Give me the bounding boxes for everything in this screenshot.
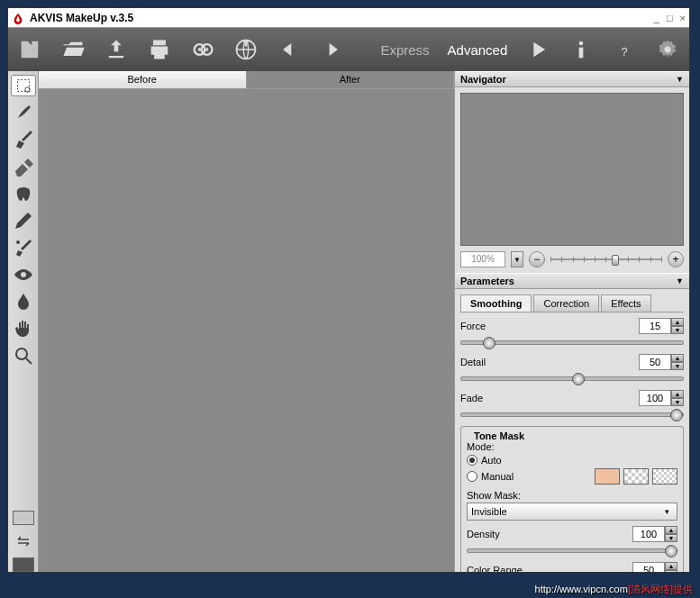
app-logo-icon [12,12,24,24]
color-range-spinner[interactable]: 50 ▲▼ [632,562,677,572]
express-mode[interactable]: Express [380,42,429,58]
color-swatch-light[interactable] [13,511,34,525]
parameters-header[interactable]: Parameters ▼ [455,273,689,289]
fade-slider[interactable] [460,408,684,421]
center-panel: Before After [39,71,455,572]
force-thumb[interactable] [483,337,495,349]
maximize-button[interactable]: □ [667,13,673,23]
blur-tool[interactable] [11,291,36,313]
color-range-up[interactable]: ▲ [665,562,677,570]
fade-value[interactable]: 100 [639,390,671,406]
main-area: Before After Navigator ▼ 100% ▼ − [8,71,689,572]
transparent-swatch-2[interactable] [652,468,677,485]
close-button[interactable]: × [680,13,686,23]
density-down[interactable]: ▼ [665,534,677,542]
subtab-smoothing[interactable]: Smoothing [460,294,532,312]
color-range-down[interactable]: ▼ [665,570,677,572]
color-range-value[interactable]: 50 [632,562,665,572]
density-row: Density 100 ▲▼ [467,526,677,557]
save-button[interactable] [104,37,129,62]
fade-spinner[interactable]: 100 ▲▼ [639,390,684,406]
show-mask-value: Invisible [471,506,507,517]
detail-down[interactable]: ▼ [671,362,684,370]
manual-radio-row[interactable]: Manual [467,468,677,485]
redo-button[interactable] [319,37,344,62]
svg-point-2 [197,48,200,50]
skin-color-swatch[interactable] [595,468,620,485]
brush-tool[interactable] [11,129,36,150]
subtab-correction[interactable]: Correction [533,294,599,312]
info-button[interactable] [568,37,594,62]
minimize-button[interactable]: _ [654,13,659,23]
detail-slider[interactable] [460,372,684,385]
zoom-slider[interactable] [550,255,662,264]
detail-up[interactable]: ▲ [671,354,684,362]
undo-button[interactable] [277,37,302,62]
parameters-panel: Smoothing Correction Effects Force 15 ▲▼ [455,289,689,572]
swap-colors-icon[interactable] [11,530,36,552]
zoom-dropdown[interactable]: ▼ [511,251,523,267]
navigator-preview[interactable] [460,93,684,246]
svg-rect-6 [579,48,584,59]
zoom-slider-thumb[interactable] [612,255,619,266]
pencil-tool[interactable] [11,210,36,231]
manual-radio[interactable] [467,471,477,482]
navigator-panel: 100% ▼ − + [455,87,689,273]
density-slider[interactable] [467,544,677,557]
fade-down[interactable]: ▼ [671,398,684,406]
detail-row: Detail 50 ▲▼ [460,354,684,385]
force-spinner[interactable]: 15 ▲▼ [639,318,684,334]
force-down[interactable]: ▼ [671,326,684,334]
print-button[interactable] [147,37,172,62]
batch-button[interactable] [190,37,215,62]
eye-tool[interactable] [11,264,36,285]
titlebar: AKVIS MakeUp v.3.5 _ □ × [8,8,689,28]
hand-tool[interactable] [11,318,36,340]
zoom-in-button[interactable]: + [668,251,684,267]
subtab-effects[interactable]: Effects [601,294,650,312]
auto-radio[interactable] [467,455,477,466]
detail-value[interactable]: 50 [639,354,671,370]
density-thumb[interactable] [665,545,677,557]
svg-point-5 [579,41,584,46]
density-spinner[interactable]: 100 ▲▼ [632,526,677,542]
canvas-area[interactable] [39,89,454,572]
eraser-tool[interactable] [11,156,36,177]
zoom-controls: 100% ▼ − + [460,251,684,267]
smudge-tool[interactable] [11,102,36,123]
presets-button[interactable] [17,37,42,62]
density-value[interactable]: 100 [632,526,665,542]
help-button[interactable]: ? [612,37,637,62]
density-up[interactable]: ▲ [665,526,677,534]
fade-up[interactable]: ▲ [671,390,684,398]
navigator-header[interactable]: Navigator ▼ [455,71,689,87]
history-brush-tool[interactable] [11,237,36,258]
color-swatch-dark[interactable] [13,557,34,572]
fade-thumb[interactable] [670,409,683,421]
force-value[interactable]: 15 [639,318,671,334]
detail-spinner[interactable]: 50 ▲▼ [639,354,684,370]
tab-after[interactable]: After [247,71,455,88]
zoom-tool[interactable] [11,345,36,367]
svg-point-12 [16,349,27,359]
detail-thumb[interactable] [572,373,585,385]
app-window: AKVIS MakeUp v.3.5 _ □ × Express Advance… [7,7,690,573]
share-button[interactable] [233,37,259,62]
show-mask-select[interactable]: Invisible ▾ [467,503,677,521]
settings-button[interactable] [655,37,680,62]
preview-tool[interactable] [11,75,36,96]
auto-radio-row[interactable]: Auto [467,455,677,466]
teeth-tool[interactable] [11,183,36,204]
right-panel: Navigator ▼ 100% ▼ − + Parameters [455,71,689,572]
force-slider[interactable] [460,336,684,349]
force-up[interactable]: ▲ [671,318,684,326]
mode-label: Mode: [467,441,677,452]
zoom-value[interactable]: 100% [460,251,505,267]
svg-rect-9 [17,80,29,92]
open-button[interactable] [60,37,86,62]
run-button[interactable] [525,37,550,62]
transparent-swatch-1[interactable] [623,468,649,485]
advanced-mode[interactable]: Advanced [448,42,508,58]
zoom-out-button[interactable]: − [529,251,545,267]
tab-before[interactable]: Before [39,71,247,88]
